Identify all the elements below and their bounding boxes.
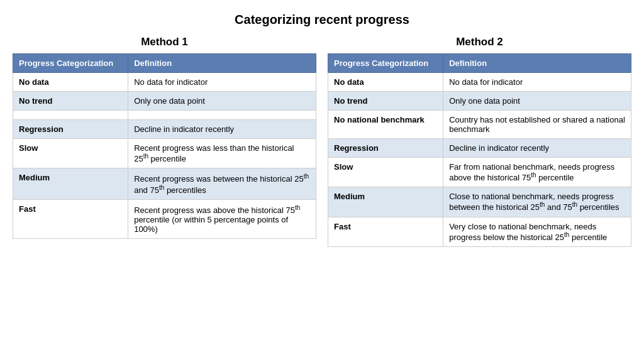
category-cell: No data: [328, 73, 443, 92]
method1-col1-header: Progress Categorization: [13, 54, 128, 73]
table-row: RegressionDecline in indicator recently: [328, 139, 631, 158]
table-row: No dataNo data for indicator: [13, 73, 316, 92]
method1-table: Progress Categorization Definition No da…: [13, 53, 316, 239]
method2-col1-header: Progress Categorization: [328, 54, 443, 73]
definition-cell: Recent progress was between the historic…: [128, 168, 316, 200]
definition-cell: Decline in indicator recently: [128, 120, 316, 139]
definition-cell: No data for indicator: [443, 73, 631, 92]
definition-cell: [128, 111, 316, 120]
table-row: FastRecent progress was above the histor…: [13, 199, 316, 238]
table-row: No trendOnly one data point: [13, 92, 316, 111]
table-row: SlowRecent progress was less than the hi…: [13, 139, 316, 168]
definition-cell: Only one data point: [443, 92, 631, 111]
method2-block: Method 2 Progress Categorization Definit…: [328, 36, 631, 247]
table-row: MediumRecent progress was between the hi…: [13, 168, 316, 200]
table-row: No national benchmarkCountry has not est…: [328, 111, 631, 139]
table-row: MediumClose to national benchmark, needs…: [328, 187, 631, 217]
definition-cell: Very close to national benchmark, needs …: [443, 217, 631, 246]
category-cell: No trend: [328, 92, 443, 111]
table-row: RegressionDecline in indicator recently: [13, 120, 316, 139]
definition-cell: Only one data point: [128, 92, 316, 111]
method2-heading: Method 2: [328, 36, 631, 48]
category-cell: No trend: [13, 92, 128, 111]
table-row: SlowFar from national benchmark, needs p…: [328, 158, 631, 187]
category-cell: No data: [13, 73, 128, 92]
page-title: Categorizing recent progress: [13, 13, 631, 27]
definition-cell: Decline in indicator recently: [443, 139, 631, 158]
category-cell: Slow: [13, 139, 128, 168]
category-cell: Medium: [328, 187, 443, 217]
definition-cell: No data for indicator: [128, 73, 316, 92]
table-row: No trendOnly one data point: [328, 92, 631, 111]
method1-block: Method 1 Progress Categorization Definit…: [13, 36, 316, 239]
category-cell: Fast: [13, 199, 128, 238]
table-row: [13, 111, 316, 120]
method1-col2-header: Definition: [128, 54, 316, 73]
category-cell: [13, 111, 128, 120]
category-cell: No national benchmark: [328, 111, 443, 139]
definition-cell: Recent progress was less than the histor…: [128, 139, 316, 168]
method1-heading: Method 1: [13, 36, 316, 48]
method2-col2-header: Definition: [443, 54, 631, 73]
table-row: FastVery close to national benchmark, ne…: [328, 217, 631, 246]
category-cell: Medium: [13, 168, 128, 200]
definition-cell: Close to national benchmark, needs progr…: [443, 187, 631, 217]
category-cell: Slow: [328, 158, 443, 187]
category-cell: Regression: [328, 139, 443, 158]
definition-cell: Recent progress was above the historical…: [128, 199, 316, 238]
category-cell: Regression: [13, 120, 128, 139]
method2-table: Progress Categorization Definition No da…: [328, 53, 631, 247]
table-row: No dataNo data for indicator: [328, 73, 631, 92]
category-cell: Fast: [328, 217, 443, 246]
definition-cell: Far from national benchmark, needs progr…: [443, 158, 631, 187]
definition-cell: Country has not established or shared a …: [443, 111, 631, 139]
